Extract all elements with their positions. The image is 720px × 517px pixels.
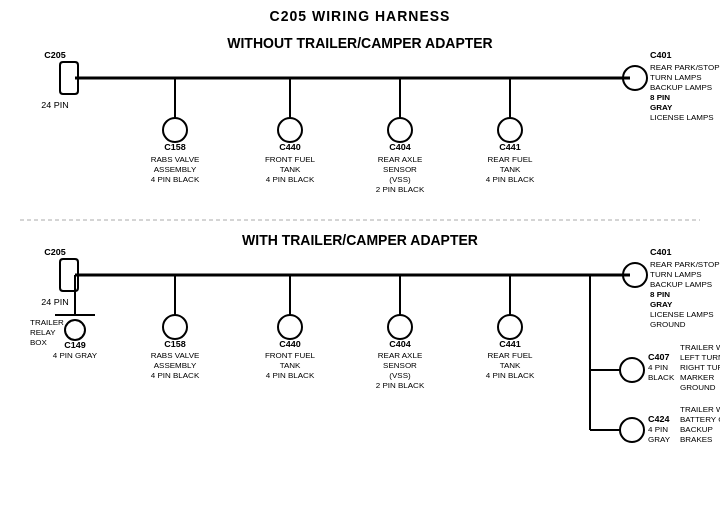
s2-c404-connector	[388, 315, 412, 339]
s1-c404-id: C404	[389, 142, 411, 152]
s1-c401-desc2: TURN LAMPS	[650, 73, 702, 82]
s1-c158-desc1: RABS VALVE	[151, 155, 200, 164]
s2-c424-desc2: BATTERY CHARGE	[680, 415, 720, 424]
s2-c404-desc2: SENSOR	[383, 361, 417, 370]
s2-c407-color: BLACK	[648, 373, 675, 382]
s2-c424-id: C424	[648, 414, 670, 424]
s2-trailer-relay-box1: TRAILER	[30, 318, 64, 327]
s2-c407-desc2: LEFT TURN	[680, 353, 720, 362]
s2-trailer-relay-box3: BOX	[30, 338, 48, 347]
s2-c401-desc5: GROUND	[650, 320, 686, 329]
s2-c404-desc3: (VSS)	[389, 371, 411, 380]
wiring-diagram-svg: WITHOUT TRAILER/CAMPER ADAPTER C205 24 P…	[0, 0, 720, 517]
s2-c424-desc4: BRAKES	[680, 435, 712, 444]
s2-c440-desc2: TANK	[280, 361, 301, 370]
s2-c407-connector	[620, 358, 644, 382]
s2-c401-desc4: LICENSE LAMPS	[650, 310, 714, 319]
s1-c440-desc2: TANK	[280, 165, 301, 174]
s1-c205-pins: 24 PIN	[41, 100, 69, 110]
s1-c158-desc2: ASSEMBLY	[154, 165, 197, 174]
s1-c404-desc4: 2 PIN BLACK	[376, 185, 425, 194]
s2-c205-pins: 24 PIN	[41, 297, 69, 307]
s1-c440-desc1: FRONT FUEL	[265, 155, 316, 164]
s1-c158-desc3: 4 PIN BLACK	[151, 175, 200, 184]
s1-c205-id: C205	[44, 50, 66, 60]
s2-c407-desc4: MARKER	[680, 373, 714, 382]
s2-c441-desc2: TANK	[500, 361, 521, 370]
s1-c158-connector	[163, 118, 187, 142]
s2-c424-pins: 4 PIN	[648, 425, 668, 434]
s2-c440-desc1: FRONT FUEL	[265, 351, 316, 360]
s2-c407-pins: 4 PIN	[648, 363, 668, 372]
s1-c404-desc3: (VSS)	[389, 175, 411, 184]
s2-c401-desc1: REAR PARK/STOP	[650, 260, 720, 269]
s2-c424-desc3: BACKUP	[680, 425, 713, 434]
s2-c424-connector	[620, 418, 644, 442]
s2-c404-desc1: REAR AXLE	[378, 351, 422, 360]
s1-c404-desc2: SENSOR	[383, 165, 417, 174]
diagram-container: C205 WIRING HARNESS WITHOUT TRAILER/CAMP…	[0, 0, 720, 517]
s2-trailer-relay-box2: RELAY	[30, 328, 56, 337]
s1-c441-id: C441	[499, 142, 521, 152]
s2-c401-pins: 8 PIN	[650, 290, 670, 299]
s2-c424-desc1: TRAILER WIRES	[680, 405, 720, 414]
s2-c401-id: C401	[650, 247, 672, 257]
s2-c424-color: GRAY	[648, 435, 671, 444]
s2-c440-desc3: 4 PIN BLACK	[266, 371, 315, 380]
section1-label: WITHOUT TRAILER/CAMPER ADAPTER	[227, 35, 492, 51]
s2-c158-connector	[163, 315, 187, 339]
s2-c407-desc1: TRAILER WIRES	[680, 343, 720, 352]
s1-c440-id: C440	[279, 142, 301, 152]
s1-c401-id: C401	[650, 50, 672, 60]
s1-c401-desc3: BACKUP LAMPS	[650, 83, 712, 92]
s2-c149-id: C149	[64, 340, 86, 350]
s2-c158-desc2: ASSEMBLY	[154, 361, 197, 370]
s1-c401-desc4: LICENSE LAMPS	[650, 113, 714, 122]
s2-c404-desc4: 2 PIN BLACK	[376, 381, 425, 390]
s1-c440-connector	[278, 118, 302, 142]
s1-c401-desc1: REAR PARK/STOP	[650, 63, 720, 72]
s2-c158-desc1: RABS VALVE	[151, 351, 200, 360]
s2-c404-id: C404	[389, 339, 411, 349]
s2-c440-id: C440	[279, 339, 301, 349]
s2-c441-desc3: 4 PIN BLACK	[486, 371, 535, 380]
s2-c441-id: C441	[499, 339, 521, 349]
s2-c401-desc3: BACKUP LAMPS	[650, 280, 712, 289]
s2-c158-id: C158	[164, 339, 186, 349]
s2-c407-desc3: RIGHT TURN	[680, 363, 720, 372]
section2-label: WITH TRAILER/CAMPER ADAPTER	[242, 232, 478, 248]
s1-c158-id: C158	[164, 142, 186, 152]
s2-c149-pins: 4 PIN GRAY	[53, 351, 98, 360]
s2-c440-connector	[278, 315, 302, 339]
s2-c401-desc2: TURN LAMPS	[650, 270, 702, 279]
s2-c149-connector	[65, 320, 85, 340]
s1-c401-pins: 8 PIN	[650, 93, 670, 102]
s1-c441-desc1: REAR FUEL	[488, 155, 533, 164]
s2-c158-desc3: 4 PIN BLACK	[151, 371, 200, 380]
s1-c441-connector	[498, 118, 522, 142]
s2-c407-id: C407	[648, 352, 670, 362]
s1-c404-connector	[388, 118, 412, 142]
s2-c441-connector	[498, 315, 522, 339]
s1-c401-color: GRAY	[650, 103, 673, 112]
s2-c441-desc1: REAR FUEL	[488, 351, 533, 360]
s2-c401-color: GRAY	[650, 300, 673, 309]
s2-c407-desc5: GROUND	[680, 383, 716, 392]
s1-c404-desc1: REAR AXLE	[378, 155, 422, 164]
s1-c440-desc3: 4 PIN BLACK	[266, 175, 315, 184]
s1-c441-desc2: TANK	[500, 165, 521, 174]
s1-c441-desc3: 4 PIN BLACK	[486, 175, 535, 184]
s2-c205-id: C205	[44, 247, 66, 257]
